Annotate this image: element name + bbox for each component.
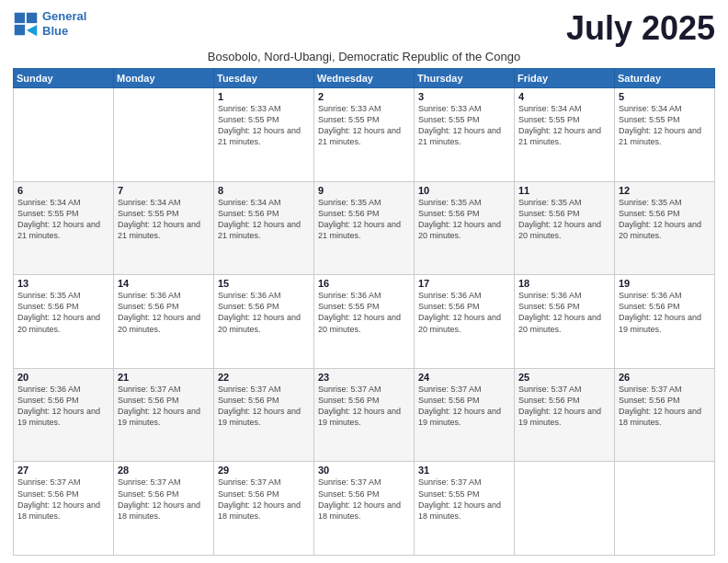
day-number: 14: [118, 278, 210, 289]
day-number: 7: [118, 185, 210, 196]
day-info: Sunrise: 5:36 AM Sunset: 5:56 PM Dayligh…: [17, 384, 109, 429]
day-number: 23: [318, 372, 410, 383]
day-info: Sunrise: 5:36 AM Sunset: 5:56 PM Dayligh…: [518, 290, 610, 335]
day-number: 5: [619, 91, 711, 102]
calendar-day-cell: 24Sunrise: 5:37 AM Sunset: 5:56 PM Dayli…: [415, 368, 515, 462]
calendar-day-cell: 6Sunrise: 5:34 AM Sunset: 5:55 PM Daylig…: [14, 181, 114, 275]
calendar-day-cell: 11Sunrise: 5:35 AM Sunset: 5:56 PM Dayli…: [515, 181, 615, 275]
day-info: Sunrise: 5:36 AM Sunset: 5:56 PM Dayligh…: [218, 290, 310, 335]
calendar-day-cell: 21Sunrise: 5:37 AM Sunset: 5:56 PM Dayli…: [114, 368, 214, 462]
day-number: 6: [17, 185, 109, 196]
calendar-day-cell: 5Sunrise: 5:34 AM Sunset: 5:55 PM Daylig…: [615, 88, 715, 182]
calendar-day-header: Friday: [515, 69, 615, 88]
day-number: 22: [218, 372, 310, 383]
calendar-day-cell: [615, 462, 715, 556]
day-info: Sunrise: 5:37 AM Sunset: 5:55 PM Dayligh…: [418, 477, 510, 522]
day-info: Sunrise: 5:37 AM Sunset: 5:56 PM Dayligh…: [318, 384, 410, 429]
day-info: Sunrise: 5:35 AM Sunset: 5:56 PM Dayligh…: [418, 197, 510, 242]
day-number: 26: [619, 372, 711, 383]
day-info: Sunrise: 5:37 AM Sunset: 5:56 PM Dayligh…: [518, 384, 610, 429]
day-number: 9: [318, 185, 410, 196]
day-number: 29: [218, 465, 310, 476]
day-number: 19: [619, 278, 711, 289]
day-info: Sunrise: 5:34 AM Sunset: 5:55 PM Dayligh…: [17, 197, 109, 242]
logo-line2: Blue: [42, 24, 68, 38]
calendar-day-cell: 16Sunrise: 5:36 AM Sunset: 5:55 PM Dayli…: [314, 275, 415, 369]
day-info: Sunrise: 5:37 AM Sunset: 5:56 PM Dayligh…: [318, 477, 410, 522]
calendar-day-header: Sunday: [14, 69, 114, 88]
calendar-day-cell: 15Sunrise: 5:36 AM Sunset: 5:56 PM Dayli…: [214, 275, 314, 369]
subtitle: Bosobolo, Nord-Ubangi, Democratic Republ…: [13, 50, 715, 63]
day-info: Sunrise: 5:37 AM Sunset: 5:56 PM Dayligh…: [118, 477, 210, 522]
calendar-day-cell: 17Sunrise: 5:36 AM Sunset: 5:56 PM Dayli…: [415, 275, 515, 369]
day-number: 24: [418, 372, 510, 383]
calendar-day-cell: 30Sunrise: 5:37 AM Sunset: 5:56 PM Dayli…: [314, 462, 415, 556]
calendar-week-row: 1Sunrise: 5:33 AM Sunset: 5:55 PM Daylig…: [14, 88, 715, 182]
month-title: July 2025: [566, 9, 715, 48]
day-info: Sunrise: 5:34 AM Sunset: 5:56 PM Dayligh…: [218, 197, 310, 242]
day-number: 18: [518, 278, 610, 289]
day-number: 1: [218, 91, 310, 102]
day-number: 27: [17, 465, 109, 476]
calendar-day-cell: 31Sunrise: 5:37 AM Sunset: 5:55 PM Dayli…: [415, 462, 515, 556]
calendar-day-cell: 22Sunrise: 5:37 AM Sunset: 5:56 PM Dayli…: [214, 368, 314, 462]
day-number: 13: [17, 278, 109, 289]
day-info: Sunrise: 5:36 AM Sunset: 5:56 PM Dayligh…: [418, 290, 510, 335]
day-info: Sunrise: 5:36 AM Sunset: 5:56 PM Dayligh…: [118, 290, 210, 335]
day-info: Sunrise: 5:33 AM Sunset: 5:55 PM Dayligh…: [418, 103, 510, 148]
calendar-day-cell: [14, 88, 114, 182]
logo-text: General Blue: [42, 9, 86, 38]
calendar-day-cell: 3Sunrise: 5:33 AM Sunset: 5:55 PM Daylig…: [415, 88, 515, 182]
calendar-week-row: 20Sunrise: 5:36 AM Sunset: 5:56 PM Dayli…: [14, 368, 715, 462]
calendar-day-cell: [114, 88, 214, 182]
day-info: Sunrise: 5:37 AM Sunset: 5:56 PM Dayligh…: [418, 384, 510, 429]
svg-rect-2: [15, 24, 25, 34]
day-info: Sunrise: 5:37 AM Sunset: 5:56 PM Dayligh…: [218, 477, 310, 522]
calendar-day-header: Monday: [114, 69, 214, 88]
day-info: Sunrise: 5:34 AM Sunset: 5:55 PM Dayligh…: [518, 103, 610, 148]
day-number: 4: [518, 91, 610, 102]
calendar-day-header: Wednesday: [314, 69, 415, 88]
day-number: 30: [318, 465, 410, 476]
calendar-day-cell: 28Sunrise: 5:37 AM Sunset: 5:56 PM Dayli…: [114, 462, 214, 556]
day-number: 25: [518, 372, 610, 383]
calendar-day-cell: 12Sunrise: 5:35 AM Sunset: 5:56 PM Dayli…: [615, 181, 715, 275]
day-info: Sunrise: 5:35 AM Sunset: 5:56 PM Dayligh…: [518, 197, 610, 242]
day-info: Sunrise: 5:33 AM Sunset: 5:55 PM Dayligh…: [218, 103, 310, 148]
calendar-day-cell: 4Sunrise: 5:34 AM Sunset: 5:55 PM Daylig…: [515, 88, 615, 182]
calendar-day-cell: 9Sunrise: 5:35 AM Sunset: 5:56 PM Daylig…: [314, 181, 415, 275]
calendar-day-cell: 18Sunrise: 5:36 AM Sunset: 5:56 PM Dayli…: [515, 275, 615, 369]
logo-icon: [13, 11, 39, 37]
logo-line1: General: [42, 9, 86, 23]
day-info: Sunrise: 5:33 AM Sunset: 5:55 PM Dayligh…: [318, 103, 410, 148]
calendar-day-header: Thursday: [415, 69, 515, 88]
calendar-day-cell: 2Sunrise: 5:33 AM Sunset: 5:55 PM Daylig…: [314, 88, 415, 182]
day-info: Sunrise: 5:35 AM Sunset: 5:56 PM Dayligh…: [17, 290, 109, 335]
day-info: Sunrise: 5:37 AM Sunset: 5:56 PM Dayligh…: [118, 384, 210, 429]
day-number: 11: [518, 185, 610, 196]
day-info: Sunrise: 5:37 AM Sunset: 5:56 PM Dayligh…: [619, 384, 711, 429]
day-info: Sunrise: 5:36 AM Sunset: 5:55 PM Dayligh…: [318, 290, 410, 335]
calendar-day-cell: 13Sunrise: 5:35 AM Sunset: 5:56 PM Dayli…: [14, 275, 114, 369]
calendar-day-cell: 29Sunrise: 5:37 AM Sunset: 5:56 PM Dayli…: [214, 462, 314, 556]
header: General Blue July 2025: [13, 9, 715, 48]
calendar-header-row: SundayMondayTuesdayWednesdayThursdayFrid…: [14, 69, 715, 88]
day-info: Sunrise: 5:35 AM Sunset: 5:56 PM Dayligh…: [619, 197, 711, 242]
day-number: 2: [318, 91, 410, 102]
calendar-day-cell: 26Sunrise: 5:37 AM Sunset: 5:56 PM Dayli…: [615, 368, 715, 462]
day-number: 8: [218, 185, 310, 196]
calendar-day-cell: 10Sunrise: 5:35 AM Sunset: 5:56 PM Dayli…: [415, 181, 515, 275]
logo: General Blue: [13, 9, 86, 38]
calendar-day-cell: 19Sunrise: 5:36 AM Sunset: 5:56 PM Dayli…: [615, 275, 715, 369]
svg-rect-1: [27, 12, 37, 22]
calendar-day-cell: 20Sunrise: 5:36 AM Sunset: 5:56 PM Dayli…: [14, 368, 114, 462]
day-info: Sunrise: 5:35 AM Sunset: 5:56 PM Dayligh…: [318, 197, 410, 242]
calendar-day-header: Tuesday: [214, 69, 314, 88]
calendar-day-cell: 1Sunrise: 5:33 AM Sunset: 5:55 PM Daylig…: [214, 88, 314, 182]
day-number: 21: [118, 372, 210, 383]
calendar-day-cell: 27Sunrise: 5:37 AM Sunset: 5:56 PM Dayli…: [14, 462, 114, 556]
svg-rect-0: [15, 12, 25, 22]
day-number: 12: [619, 185, 711, 196]
day-number: 15: [218, 278, 310, 289]
calendar-week-row: 13Sunrise: 5:35 AM Sunset: 5:56 PM Dayli…: [14, 275, 715, 369]
